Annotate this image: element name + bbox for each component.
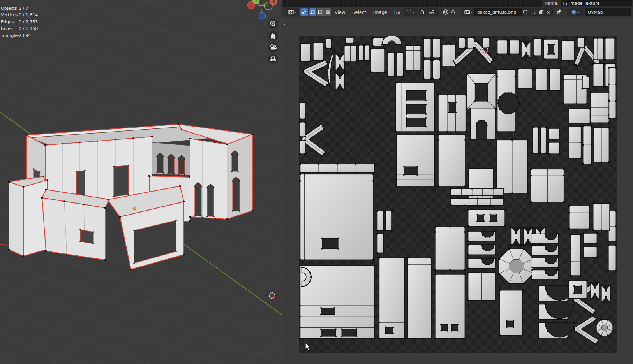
uv-island[interactable]: [458, 38, 465, 48]
uv-island[interactable]: [435, 274, 465, 339]
uv-sync-toggle[interactable]: [300, 8, 308, 16]
uv-island[interactable]: [500, 290, 523, 336]
node-name-value: Image Texture: [569, 0, 599, 6]
uv-island[interactable]: [584, 233, 597, 243]
uv-island[interactable]: [365, 45, 370, 61]
uv-island[interactable]: [377, 211, 383, 231]
image-datablock-buttons: ×: [522, 8, 553, 16]
chevron-down-icon: ▾: [413, 11, 414, 14]
uv-island[interactable]: [408, 258, 431, 339]
snap-target-dropdown[interactable]: ▾: [427, 8, 439, 16]
uv-map-dropdown[interactable]: ▾: [567, 8, 584, 16]
uv-island[interactable]: [549, 128, 560, 139]
uv-islands-layer[interactable]: [299, 36, 617, 353]
uv-island[interactable]: [594, 38, 603, 60]
navigation-gizmo[interactable]: YX: [0, 0, 282, 23]
viewport-3d[interactable]: Objects1 / 7Vertices0 / 1,614Edges0 / 2,…: [0, 0, 282, 364]
uv-island[interactable]: [451, 189, 504, 196]
gizmo-axis[interactable]: [259, 13, 266, 19]
snap-toggle[interactable]: [418, 8, 426, 16]
uv-island[interactable]: [609, 68, 616, 118]
pin-image-button[interactable]: [555, 9, 562, 17]
uv-island[interactable]: [388, 53, 394, 76]
zoom-button[interactable]: [268, 19, 278, 29]
pivot-point-dropdown[interactable]: ▾: [404, 8, 417, 16]
uv-island[interactable]: [582, 77, 589, 88]
uv-canvas[interactable]: ›: [282, 18, 633, 364]
uv-island[interactable]: [313, 42, 323, 60]
uv-island[interactable]: [300, 102, 305, 119]
uv-island[interactable]: [326, 39, 331, 48]
uv-island[interactable]: [549, 68, 560, 90]
image-icon: [464, 10, 470, 15]
uv-island[interactable]: [397, 53, 403, 76]
menu-select[interactable]: Select: [349, 10, 369, 15]
uv-island[interactable]: [593, 64, 604, 87]
menu-view[interactable]: View: [331, 10, 349, 15]
uv-island[interactable]: [540, 127, 546, 153]
pan-button[interactable]: [268, 31, 278, 41]
new-image-button[interactable]: [529, 8, 537, 16]
uv-island[interactable]: [371, 49, 385, 72]
uv-island[interactable]: [467, 38, 474, 48]
uv-island[interactable]: [571, 234, 580, 276]
uv-island[interactable]: [569, 206, 589, 229]
uv-island[interactable]: [396, 135, 434, 186]
uv-island[interactable]: [300, 122, 305, 137]
uv-island[interactable]: [577, 38, 585, 48]
browse-image-dropdown[interactable]: ▾: [462, 8, 474, 16]
uv-island[interactable]: [379, 258, 404, 339]
uv-island[interactable]: [382, 36, 402, 45]
toolbar-toggle-arrow[interactable]: ›: [283, 21, 286, 27]
uv-island[interactable]: [438, 135, 465, 186]
fake-user-button[interactable]: [522, 8, 529, 16]
uv-island[interactable]: [497, 40, 508, 54]
uv-island[interactable]: [608, 245, 616, 271]
uv-island[interactable]: [605, 38, 615, 60]
pin-icon: [555, 9, 562, 16]
close-icon: ×: [547, 10, 551, 15]
uv-island[interactable]: [433, 60, 440, 79]
uv-island[interactable]: [568, 109, 590, 123]
uv-map-name-field[interactable]: UVMap: [585, 8, 631, 16]
node-name-label: Name:: [545, 1, 559, 6]
uv-island[interactable]: [377, 234, 383, 253]
grid-perspective-icon: [268, 54, 278, 64]
uv-island[interactable]: [534, 39, 541, 56]
uv-island[interactable]: [300, 44, 310, 62]
unlink-image-button[interactable]: ×: [545, 8, 553, 16]
viewport-overlays: [0, 0, 282, 364]
uv-island[interactable]: [346, 37, 354, 43]
camera-view-button[interactable]: [268, 42, 278, 53]
uv-island[interactable]: [423, 39, 431, 58]
menu-image[interactable]: Image: [370, 10, 391, 15]
uv-island[interactable]: [442, 44, 456, 67]
edge-select-button[interactable]: [317, 8, 324, 16]
uv-island[interactable]: [386, 211, 392, 231]
uv-island[interactable]: [536, 68, 547, 90]
menu-uv[interactable]: UV: [391, 10, 404, 15]
uv-island[interactable]: [423, 60, 431, 79]
uv-island[interactable]: [433, 39, 440, 58]
perspective-toggle-button[interactable]: [268, 54, 278, 64]
uv-island[interactable]: [584, 246, 597, 257]
chevron-down-icon: ▾: [295, 11, 296, 14]
image-name-field[interactable]: baked_diffuse.png: [474, 8, 522, 16]
pack-image-button[interactable]: [537, 8, 545, 16]
uv-island[interactable]: [300, 141, 305, 154]
editor-type-dropdown[interactable]: ▾: [286, 8, 299, 16]
uv-island[interactable]: [549, 142, 560, 154]
uv-island[interactable]: [533, 127, 539, 153]
uv-island[interactable]: [518, 69, 532, 89]
falloff-curve-icon[interactable]: [450, 9, 456, 15]
proportional-edit-icon[interactable]: [443, 9, 449, 15]
uv-island[interactable]: [483, 38, 490, 48]
node-name-field[interactable]: Image Texture: [561, 0, 632, 6]
uv-island[interactable]: [510, 40, 520, 54]
uv-island[interactable]: [468, 210, 505, 226]
vertex-select-button[interactable]: [309, 8, 317, 16]
uv-island[interactable]: [358, 45, 363, 61]
uv-editor: Name: Image Texture ▾: [282, 0, 633, 364]
uv-island[interactable]: [438, 95, 466, 132]
face-select-button[interactable]: [324, 8, 331, 16]
